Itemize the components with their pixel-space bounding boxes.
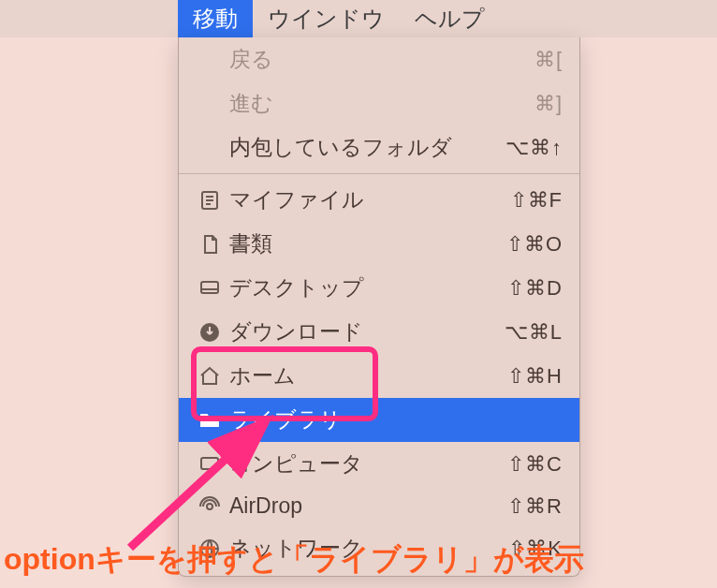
svg-point-10 xyxy=(207,504,212,509)
menu-item-shortcut: ⌘[ xyxy=(534,48,563,72)
menu-item-label: コンピュータ xyxy=(229,449,507,478)
menu-item-shortcut: ⇧⌘D xyxy=(507,276,563,301)
menu-item-label: AirDrop xyxy=(229,493,507,519)
menu-item-computer[interactable]: コンピュータ ⇧⌘C xyxy=(179,442,579,486)
menu-item-shortcut: ⇧⌘H xyxy=(507,364,563,389)
menu-item-label: 進む xyxy=(229,89,534,118)
menu-item-label: ネットワーク xyxy=(229,534,508,563)
menu-item-label: マイファイル xyxy=(229,185,510,214)
menu-item-shortcut: ⇧⌘R xyxy=(507,494,563,519)
menu-item-downloads[interactable]: ダウンロード ⌥⌘L xyxy=(179,310,579,354)
menu-item-shortcut: ⌘] xyxy=(534,92,563,116)
menu-item-shortcut: ⇧⌘O xyxy=(506,232,563,257)
menu-item-airdrop[interactable]: AirDrop ⇧⌘R xyxy=(179,486,579,526)
computer-icon xyxy=(196,453,224,476)
menu-item-label: デスクトップ xyxy=(229,273,507,302)
menu-item-network[interactable]: ネットワーク ⇧⌘K xyxy=(179,526,579,570)
airdrop-icon xyxy=(196,495,224,518)
go-menu-dropdown: 戻る ⌘[ 進む ⌘] 内包しているフォルダ ⌥⌘↑ マイファイル ⇧⌘F 書類… xyxy=(178,37,580,577)
menubar: 移動 ウインドウ ヘルプ xyxy=(0,0,717,37)
downloads-icon xyxy=(196,321,224,344)
menu-item-forward: 進む ⌘] xyxy=(179,81,579,125)
myfiles-icon xyxy=(196,189,224,212)
menubar-item-go[interactable]: 移動 xyxy=(178,0,253,39)
network-icon xyxy=(196,537,224,560)
menu-item-label: ダウンロード xyxy=(229,317,505,346)
menu-item-label: ライブラリ xyxy=(229,405,563,434)
menu-item-label: 内包しているフォルダ xyxy=(229,133,505,162)
menu-item-shortcut: ⌥⌘↑ xyxy=(505,136,563,160)
documents-icon xyxy=(196,233,224,256)
home-icon xyxy=(196,365,224,388)
menu-item-back: 戻る ⌘[ xyxy=(179,37,579,81)
menu-item-home[interactable]: ホーム ⇧⌘H xyxy=(179,354,579,398)
menu-separator xyxy=(179,173,579,174)
menu-item-shortcut: ⇧⌘F xyxy=(510,188,563,213)
menu-item-myfiles[interactable]: マイファイル ⇧⌘F xyxy=(179,178,579,222)
svg-rect-4 xyxy=(201,282,218,293)
desktop-icon xyxy=(196,277,224,300)
menu-item-enclosing-folder[interactable]: 内包しているフォルダ ⌥⌘↑ xyxy=(179,125,579,169)
menubar-item-window[interactable]: ウインドウ xyxy=(253,0,400,39)
menu-item-shortcut: ⌥⌘L xyxy=(505,320,563,345)
folder-icon xyxy=(196,409,224,432)
menubar-item-help[interactable]: ヘルプ xyxy=(400,0,500,39)
menu-item-library[interactable]: ライブラリ xyxy=(179,398,579,442)
menu-item-documents[interactable]: 書類 ⇧⌘O xyxy=(179,222,579,266)
menu-item-label: ホーム xyxy=(229,361,507,390)
menu-item-shortcut: ⇧⌘C xyxy=(507,452,563,477)
menu-item-shortcut: ⇧⌘K xyxy=(508,537,563,561)
menu-item-label: 書類 xyxy=(229,229,506,258)
menu-item-desktop[interactable]: デスクトップ ⇧⌘D xyxy=(179,266,579,310)
svg-rect-7 xyxy=(201,458,218,469)
menu-item-label: 戻る xyxy=(229,45,534,74)
